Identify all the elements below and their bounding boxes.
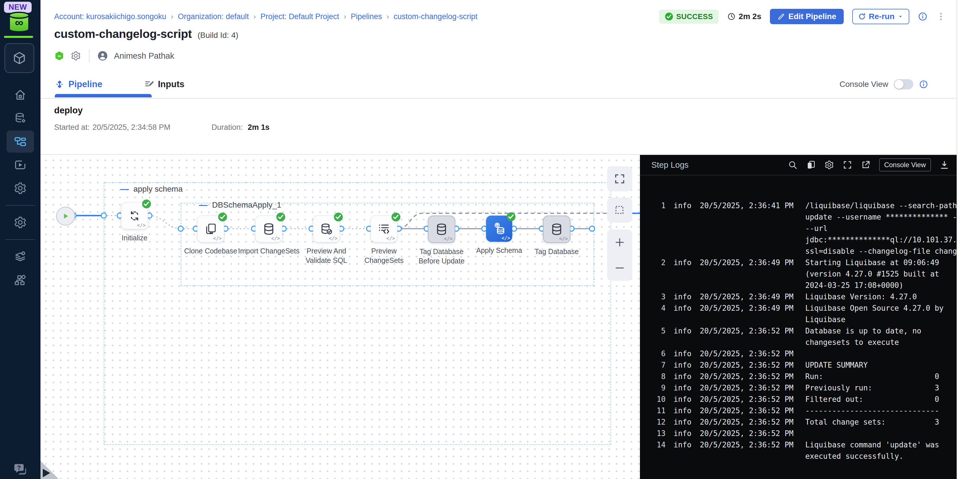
help-chat-icon[interactable]: ? <box>13 462 28 477</box>
log-line: 13info20/5/2025, 2:36:52 PM <box>640 428 957 439</box>
sidebar-item-pipelines[interactable] <box>6 130 34 153</box>
log-level: info <box>666 303 694 314</box>
node-label: Initialize <box>122 233 147 243</box>
sidebar-item-environments-layers[interactable] <box>6 246 34 268</box>
log-message <box>805 428 957 439</box>
log-message: Liquibase <box>805 314 957 325</box>
copy-logs-icon[interactable] <box>806 160 816 170</box>
breadcrumb-separator: › <box>344 12 346 21</box>
pipeline-canvas[interactable]: — apply schema — DBSchemaApply_1 </>Init… <box>40 155 640 479</box>
log-message: executed successfully. <box>805 450 957 462</box>
log-line: 11info20/5/2025, 2:36:52 PM-------------… <box>640 405 957 416</box>
breadcrumb-link[interactable]: Project: Default Project <box>261 12 339 21</box>
org-hierarchy-icon <box>14 273 27 287</box>
pipeline-node-initialize[interactable]: </>Initialize <box>100 203 169 243</box>
log-level: info <box>666 439 694 450</box>
collapsed-right-drawer[interactable] <box>957 0 980 479</box>
log-settings-gear-icon[interactable] <box>824 160 834 170</box>
console-view-button[interactable]: Console View <box>879 159 931 171</box>
step-logs-panel: Step Logs Console View 1info20/5/2025, 2… <box>640 155 957 479</box>
breadcrumb-link[interactable]: Pipelines <box>351 12 382 21</box>
log-line: 9info20/5/2025, 2:36:52 PMPreviously run… <box>640 382 957 393</box>
marquee-select-button[interactable] <box>607 198 632 223</box>
collapse-icon[interactable]: — <box>199 204 207 206</box>
stepgroup-label[interactable]: — DBSchemaApply_1 <box>199 200 282 209</box>
sidebar-item-executions[interactable] <box>6 154 34 176</box>
log-line-number: 5 <box>649 325 666 336</box>
tab-inputs[interactable]: Inputs <box>144 71 185 97</box>
user-avatar-icon <box>97 51 108 61</box>
console-view-toggle[interactable] <box>894 79 913 89</box>
log-line-number: 2 <box>649 257 666 268</box>
download-logs-icon[interactable] <box>940 160 949 170</box>
success-check-icon <box>391 212 401 222</box>
module-selector-button[interactable] <box>5 43 34 73</box>
log-line-number: 9 <box>649 382 666 393</box>
log-timestamp: 20/5/2025, 2:36:52 PM <box>694 405 805 416</box>
sidebar-item-home[interactable] <box>6 84 34 106</box>
open-external-icon[interactable] <box>861 160 870 170</box>
expand-logs-icon[interactable] <box>843 160 852 170</box>
step-logs-title: Step Logs <box>651 160 689 170</box>
stage-label[interactable]: — apply schema <box>120 184 183 194</box>
log-message: /liquibase/liquibase --search-path db <box>805 200 957 211</box>
zoom-in-button[interactable] <box>614 236 626 248</box>
log-line: 3info20/5/2025, 2:36:49 PMLiquibase Vers… <box>640 291 957 303</box>
zoom-out-button[interactable] <box>614 262 626 274</box>
harness-dbops-logo[interactable]: ∞ <box>7 11 31 32</box>
kebab-menu-icon[interactable] <box>936 12 946 21</box>
pencil-icon <box>777 13 785 21</box>
svg-text:∞: ∞ <box>57 53 61 59</box>
log-timestamp: 20/5/2025, 2:36:52 PM <box>694 393 805 405</box>
node-label: Import ChangeSets <box>238 246 299 256</box>
node-label: Clone Codebase <box>184 246 237 256</box>
log-level: info <box>666 325 694 336</box>
breadcrumb-link[interactable]: custom-changelog-script <box>394 12 477 21</box>
log-timestamp: 20/5/2025, 2:36:52 PM <box>694 348 805 359</box>
log-line: 8info20/5/2025, 2:36:52 PMRun: 0 <box>640 371 957 382</box>
breadcrumb: Account: kurosakiichigo.songoku›Organiza… <box>54 8 477 24</box>
database-icon <box>550 222 563 236</box>
tab-pipeline-label: Pipeline <box>68 79 102 89</box>
clock-icon <box>727 12 736 21</box>
log-level: info <box>666 257 694 268</box>
info-icon[interactable] <box>918 12 928 21</box>
sync-icon <box>128 209 142 223</box>
rerun-button[interactable]: Re-run <box>852 9 909 24</box>
expand-panel-icon[interactable] <box>43 469 50 477</box>
pipeline-tab-icon <box>55 79 64 89</box>
search-logs-icon[interactable] <box>788 160 797 170</box>
log-level: info <box>666 405 694 416</box>
log-line: executed successfully. <box>640 450 957 462</box>
stepgroup-label-text: DBSchemaApply_1 <box>212 200 282 209</box>
log-message: Run: 0 <box>805 371 957 382</box>
log-lines[interactable]: 1info20/5/2025, 2:36:41 PM/liquibase/liq… <box>640 175 957 479</box>
stage-summary: deploy Started at: 20/5/2025, 2:34:58 PM… <box>40 98 957 155</box>
log-level: info <box>666 393 694 405</box>
code-glyph: </> <box>386 236 395 241</box>
pipeline-start-node[interactable] <box>56 207 75 225</box>
sidebar-item-project-settings[interactable] <box>6 211 34 233</box>
pipeline-node-tag-database[interactable]: </>Tag Database <box>522 216 591 256</box>
log-line: 4info20/5/2025, 2:36:49 PMLiquibase Open… <box>640 303 957 314</box>
breadcrumb-link[interactable]: Organization: default <box>178 12 249 21</box>
info-icon[interactable] <box>919 80 928 89</box>
sidebar-item-database-settings[interactable] <box>6 107 34 129</box>
fit-to-screen-button[interactable] <box>607 166 632 191</box>
edit-pipeline-button[interactable]: Edit Pipeline <box>770 9 844 24</box>
settings-icon <box>14 182 27 195</box>
check-circle-icon <box>665 12 673 21</box>
tab-pipeline[interactable]: Pipeline <box>55 71 102 97</box>
gear-icon[interactable] <box>71 51 81 61</box>
duration-value: 2m 2s <box>738 12 761 21</box>
log-timestamp: 20/5/2025, 2:36:49 PM <box>694 291 805 303</box>
log-level: info <box>666 348 694 359</box>
sidebar-item-settings[interactable] <box>6 177 34 199</box>
collapse-icon[interactable]: — <box>120 188 129 190</box>
sidebar-item-org-hierarchy[interactable] <box>6 269 34 291</box>
breadcrumb-link[interactable]: Account: kurosakiichigo.songoku <box>54 12 166 21</box>
status-badge: SUCCESS <box>659 10 719 24</box>
log-message: Liquibase Version: 4.27.0 <box>805 291 957 303</box>
log-timestamp: 20/5/2025, 2:36:41 PM <box>694 200 805 211</box>
breadcrumb-separator: › <box>171 12 173 21</box>
